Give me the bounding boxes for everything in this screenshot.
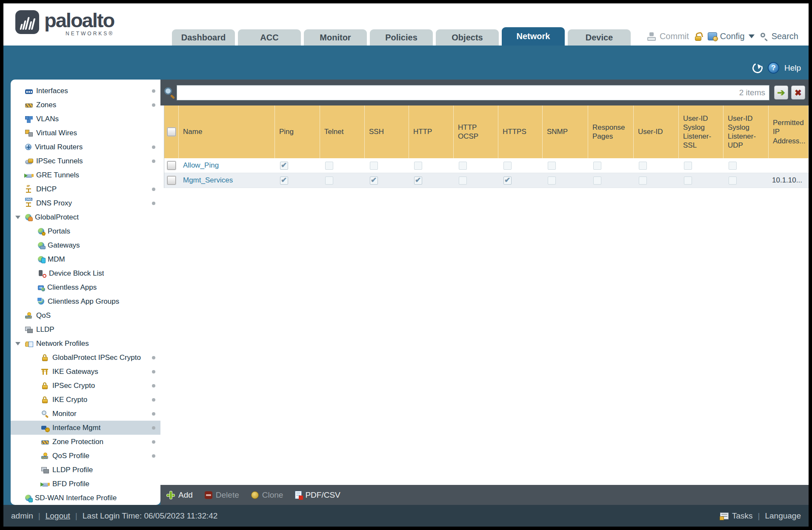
ssh-checkbox[interactable]	[370, 177, 378, 185]
service-cell	[498, 173, 543, 188]
sidebar-item-portals[interactable]: Portals	[11, 224, 160, 238]
snmp-checkbox[interactable]	[548, 162, 556, 170]
dhcp-icon	[25, 186, 33, 193]
sidebar-item-zone-protection[interactable]: Zone Protection	[11, 435, 160, 449]
tab-device[interactable]: Device	[568, 29, 631, 46]
http-ocsp-checkbox[interactable]	[459, 177, 467, 185]
sidebar-item-ike-gateways[interactable]: IKE Gateways	[11, 365, 160, 379]
refresh-icon[interactable]	[751, 61, 764, 74]
column-header-permitted-ip-address: Permitted IP Address...	[769, 105, 809, 158]
row-select-checkbox[interactable]	[167, 161, 176, 170]
https-checkbox[interactable]	[503, 177, 512, 185]
http-ocsp-checkbox[interactable]	[459, 162, 467, 170]
sidebar-item-sd-wan-interface-profile[interactable]: SD-WAN Interface Profile	[11, 491, 160, 505]
sidebar-item-bfd-profile[interactable]: BFD Profile	[11, 477, 160, 491]
sidebar-item-globalprotect[interactable]: GlobalProtect	[11, 210, 160, 224]
sidebar-item-gateways[interactable]: Gateways	[11, 238, 160, 252]
tab-network[interactable]: Network	[502, 27, 565, 46]
user-id-checkbox[interactable]	[639, 162, 647, 170]
ping-checkbox[interactable]	[280, 177, 288, 185]
row-name-link[interactable]: Allow_Ping	[183, 161, 219, 170]
virtual-routers-icon	[25, 144, 31, 150]
response-pages-checkbox[interactable]	[593, 177, 601, 185]
virtual-wires-icon	[25, 130, 33, 137]
service-cell	[320, 173, 365, 188]
sidebar-item-virtual-wires[interactable]: Virtual Wires	[11, 126, 160, 140]
collapse-triangle-icon[interactable]	[15, 216, 20, 219]
help-label[interactable]: Help	[784, 63, 801, 73]
tab-acc[interactable]: ACC	[238, 29, 301, 46]
dns-proxy-icon	[25, 200, 33, 207]
pdf-csv-button[interactable]: PDF/CSV	[295, 490, 340, 500]
paloalto-logo: paloalto NETWORKS®	[15, 10, 114, 37]
lock-icon[interactable]	[695, 32, 702, 41]
sidebar-item-ipsec-crypto[interactable]: IPSec Crypto	[11, 379, 160, 393]
sidebar-item-dns-proxy[interactable]: DNS Proxy	[11, 196, 160, 210]
sidebar-item-clientless-apps[interactable]: Clientless Apps	[11, 280, 160, 294]
user-id-checkbox[interactable]	[639, 177, 647, 185]
row-select-checkbox[interactable]	[167, 176, 176, 185]
sidebar-item-mdm[interactable]: MDM	[11, 252, 160, 266]
ipsec-tunnels-icon	[25, 160, 33, 164]
sidebar-item-interface-mgmt[interactable]: Interface Mgmt	[11, 421, 160, 435]
tab-policies[interactable]: Policies	[370, 29, 433, 46]
user-id-syslog-listener-ssl-checkbox[interactable]	[684, 177, 692, 185]
filter-search-input[interactable]	[177, 85, 769, 100]
delete-button[interactable]: Delete	[205, 490, 239, 500]
https-checkbox[interactable]	[503, 162, 512, 170]
search-button[interactable]: Search	[760, 31, 798, 41]
http-checkbox[interactable]	[414, 162, 422, 170]
tab-objects[interactable]: Objects	[436, 29, 499, 46]
service-cell	[409, 158, 454, 173]
sidebar-item-ipsec-tunnels[interactable]: IPSec Tunnels	[11, 154, 160, 168]
sidebar-item-virtual-routers[interactable]: Virtual Routers	[11, 140, 160, 154]
ping-checkbox[interactable]	[280, 162, 288, 170]
logout-link[interactable]: Logout	[46, 511, 70, 521]
tab-monitor[interactable]: Monitor	[304, 29, 367, 46]
sidebar-item-ike-crypto[interactable]: IKE Crypto	[11, 393, 160, 407]
language-link[interactable]: Language	[765, 511, 801, 521]
snmp-checkbox[interactable]	[548, 177, 556, 185]
sidebar-item-clientless-app-groups[interactable]: Clientless App Groups	[11, 294, 160, 308]
commit-button[interactable]: Commit	[647, 31, 689, 41]
collapse-triangle-icon[interactable]	[15, 342, 20, 345]
service-cell	[409, 173, 454, 188]
tab-dashboard[interactable]: Dashboard	[172, 29, 235, 46]
sidebar-item-interfaces[interactable]: Interfaces	[11, 84, 160, 98]
help-icon[interactable]: ?	[768, 62, 779, 74]
sidebar-item-lldp-profile[interactable]: LLDP Profile	[11, 463, 160, 477]
ssh-checkbox[interactable]	[370, 162, 378, 170]
select-all-checkbox[interactable]	[167, 128, 176, 136]
config-menu-button[interactable]: Config	[708, 31, 755, 41]
sidebar-item-globalprotect-ipsec-crypto[interactable]: GlobalProtect IPSec Crypto	[11, 350, 160, 365]
user-id-syslog-listener-udp-checkbox[interactable]	[729, 162, 737, 170]
http-checkbox[interactable]	[414, 177, 422, 185]
sidebar-item-qos[interactable]: QoS	[11, 308, 160, 322]
apply-filter-button[interactable]: ➔	[774, 85, 788, 100]
telnet-checkbox[interactable]	[325, 177, 333, 185]
tasks-link[interactable]: Tasks	[732, 511, 753, 521]
item-dot	[152, 454, 155, 458]
clone-button[interactable]: Clone	[251, 490, 283, 500]
app-screen: paloalto NETWORKS® DashboardACCMonitorPo…	[3, 3, 809, 527]
sidebar-item-qos-profile[interactable]: QoS Profile	[11, 449, 160, 463]
tasks-icon	[720, 513, 729, 519]
name-cell: Allow_Ping	[179, 158, 275, 173]
row-name-link[interactable]: Mgmt_Services	[183, 176, 233, 185]
telnet-checkbox[interactable]	[325, 162, 333, 170]
sidebar-item-network-profiles[interactable]: Network Profiles	[11, 336, 160, 350]
user-id-syslog-listener-ssl-checkbox[interactable]	[684, 162, 692, 170]
sidebar-item-monitor[interactable]: Monitor	[11, 407, 160, 421]
sidebar-item-gre-tunnels[interactable]: GRE Tunnels	[11, 168, 160, 182]
sidebar-item-dhcp[interactable]: DHCP	[11, 182, 160, 196]
toolbar-button-label: Add	[178, 490, 193, 500]
sidebar-item-zones[interactable]: Zones	[11, 98, 160, 112]
bfd-profile-icon	[41, 483, 49, 487]
sidebar-item-vlans[interactable]: VLANs	[11, 112, 160, 126]
user-id-syslog-listener-udp-checkbox[interactable]	[729, 177, 737, 185]
sidebar-item-device-block-list[interactable]: Device Block List	[11, 266, 160, 280]
clear-filter-button[interactable]: ✖	[791, 85, 805, 100]
response-pages-checkbox[interactable]	[593, 162, 601, 170]
add-button[interactable]: Add	[166, 490, 193, 500]
sidebar-item-lldp[interactable]: LLDP	[11, 322, 160, 336]
